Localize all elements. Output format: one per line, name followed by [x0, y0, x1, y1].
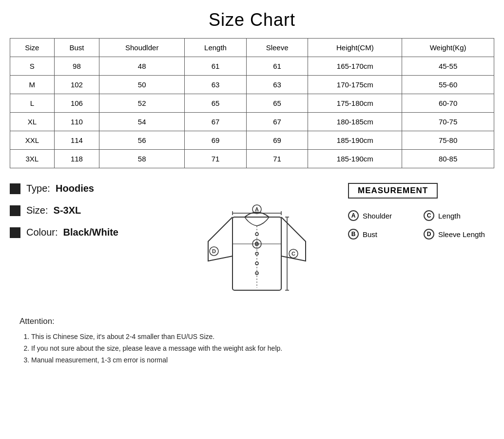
size-text: Size: S-3XL: [26, 205, 81, 216]
cell-bust: 98: [54, 57, 99, 76]
cell-shoulder: 48: [99, 57, 185, 76]
cell-sleeve: 71: [246, 150, 308, 168]
attention-title: Attention:: [19, 317, 494, 326]
cell-shoulder: 54: [99, 113, 185, 131]
info-left: Type: Hoodies Size: S-3XL Colour: Black/…: [10, 178, 166, 249]
cell-height: 175-180cm: [308, 94, 402, 113]
table-row: S98486161165-170cm45-55: [10, 57, 494, 76]
col-height: Height(CM): [308, 39, 402, 57]
cell-length: 61: [185, 57, 247, 76]
type-item: Type: Hoodies: [10, 183, 166, 194]
cell-height: 170-175cm: [308, 76, 402, 94]
cell-length: 65: [185, 94, 247, 113]
cell-bust: 114: [54, 131, 99, 150]
cell-weight: 60-70: [402, 94, 494, 113]
meas-circle-c: C: [424, 210, 434, 221]
cell-shoulder: 52: [99, 94, 185, 113]
meas-item-b: BBust: [348, 229, 419, 239]
cell-bust: 118: [54, 150, 99, 168]
meas-circle-d: D: [424, 229, 434, 239]
cell-shoulder: 50: [99, 76, 185, 94]
bottom-section: Type: Hoodies Size: S-3XL Colour: Black/…: [10, 178, 494, 305]
attention-item-2: If you not sure about the size, please l…: [31, 343, 494, 355]
col-size: Size: [10, 39, 55, 57]
bullet-size: [10, 205, 20, 216]
cell-height: 185-190cm: [308, 131, 402, 150]
cell-size: XXL: [10, 131, 55, 150]
cell-size: S: [10, 57, 55, 76]
col-length: Length: [185, 39, 247, 57]
table-row: 3XL118587171185-190cm80-85: [10, 150, 494, 168]
attention-item-1: This is Chinese Size, it's about 2-4 sma…: [31, 331, 494, 343]
cell-size: XL: [10, 113, 55, 131]
cell-shoulder: 56: [99, 131, 185, 150]
page-title: Size Chart: [10, 10, 494, 30]
measurement-right: MEASUREMENT AShoulderCLengthBBustDSleeve…: [348, 178, 494, 239]
type-text: Type: Hoodies: [26, 183, 94, 194]
col-bust: Bust: [54, 39, 99, 57]
cell-sleeve: 69: [246, 131, 308, 150]
col-shoulder: Shoudlder: [99, 39, 185, 57]
meas-circle-b: B: [348, 229, 359, 239]
cell-sleeve: 67: [246, 113, 308, 131]
meas-item-c: CLength: [424, 210, 494, 221]
cell-weight: 45-55: [402, 57, 494, 76]
cell-bust: 106: [54, 94, 99, 113]
colour-item: Colour: Black/White: [10, 227, 166, 238]
cell-size: M: [10, 76, 55, 94]
measurement-title: MEASUREMENT: [348, 183, 438, 199]
meas-label-c: Length: [438, 212, 461, 220]
table-row: XL110546767180-185cm70-75: [10, 113, 494, 131]
diagram-center: A C B D: [166, 178, 348, 305]
cell-weight: 70-75: [402, 113, 494, 131]
cell-size: 3XL: [10, 150, 55, 168]
col-weight: Weight(Kg): [402, 39, 494, 57]
size-item: Size: S-3XL: [10, 205, 166, 216]
attention-list: This is Chinese Size, it's about 2-4 sma…: [19, 331, 494, 366]
meas-item-d: DSleeve Length: [424, 229, 494, 239]
attention-item-3: Manual measurement, 1-3 cm error is norm…: [31, 355, 494, 366]
cell-length: 69: [185, 131, 247, 150]
cell-sleeve: 63: [246, 76, 308, 94]
cell-bust: 110: [54, 113, 99, 131]
measurement-grid: AShoulderCLengthBBustDSleeve Length: [348, 210, 494, 239]
cell-bust: 102: [54, 76, 99, 94]
bullet-colour: [10, 227, 20, 238]
table-row: M102506363170-175cm55-60: [10, 76, 494, 94]
cell-weight: 80-85: [402, 150, 494, 168]
bullet-type: [10, 183, 20, 194]
cell-shoulder: 58: [99, 150, 185, 168]
meas-circle-a: A: [348, 210, 359, 221]
svg-text:A: A: [255, 206, 259, 212]
cell-weight: 75-80: [402, 131, 494, 150]
col-sleeve: Sleeve: [246, 39, 308, 57]
meas-item-a: AShoulder: [348, 210, 419, 221]
cell-size: L: [10, 94, 55, 113]
size-table: Size Bust Shoudlder Length Sleeve Height…: [10, 38, 494, 168]
table-row: L106526565175-180cm60-70: [10, 94, 494, 113]
meas-label-d: Sleeve Length: [438, 230, 485, 239]
attention-section: Attention: This is Chinese Size, it's ab…: [19, 317, 494, 366]
cell-length: 71: [185, 150, 247, 168]
cell-length: 63: [185, 76, 247, 94]
svg-text:D: D: [212, 248, 216, 254]
cell-sleeve: 61: [246, 57, 308, 76]
table-row: XXL114566969185-190cm75-80: [10, 131, 494, 150]
cell-height: 185-190cm: [308, 150, 402, 168]
cell-height: 165-170cm: [308, 57, 402, 76]
cell-length: 67: [185, 113, 247, 131]
meas-label-b: Bust: [363, 230, 377, 239]
svg-text:B: B: [255, 241, 259, 247]
meas-label-a: Shoulder: [363, 212, 392, 220]
cell-sleeve: 65: [246, 94, 308, 113]
cell-height: 180-185cm: [308, 113, 402, 131]
cell-weight: 55-60: [402, 76, 494, 94]
hoodie-diagram: A C B D: [203, 178, 310, 305]
colour-text: Colour: Black/White: [26, 227, 118, 238]
svg-text:C: C: [291, 251, 295, 257]
